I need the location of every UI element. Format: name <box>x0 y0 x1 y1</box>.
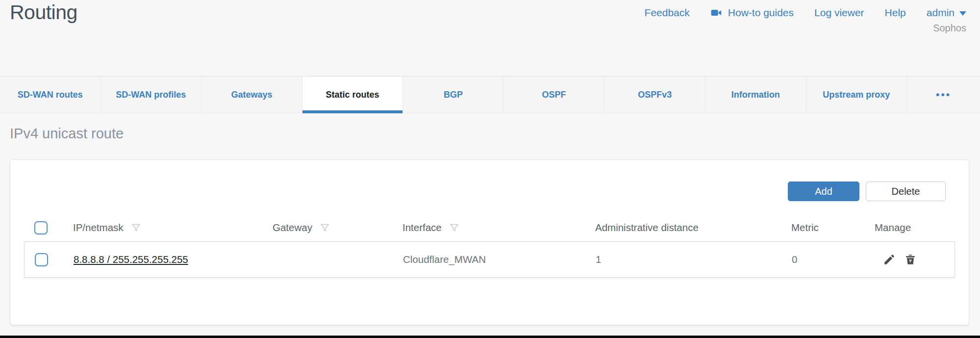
filter-icon-interface[interactable] <box>449 223 459 233</box>
section-title: IPv4 unicast route <box>10 126 124 142</box>
org-name: Sophos <box>933 23 966 34</box>
admin-distance-cell: 1 <box>596 254 792 265</box>
tab-information[interactable]: Information <box>705 77 806 113</box>
tab-sd-wan-profiles[interactable]: SD-WAN profiles <box>101 77 201 113</box>
manage-cell <box>875 253 955 266</box>
table-header-row: IP/netmask Gateway Interface <box>24 214 955 241</box>
tab-bar: SD-WAN routes SD-WAN profiles Gateways S… <box>0 76 980 113</box>
routes-table: IP/netmask Gateway Interface <box>24 214 955 278</box>
help-link[interactable]: Help <box>885 7 906 19</box>
log-viewer-label: Log viewer <box>814 7 864 19</box>
top-nav: Feedback How-to guides Log viewer Help a… <box>645 6 966 19</box>
select-all-checkbox[interactable] <box>34 221 48 234</box>
chevron-down-icon <box>959 11 966 16</box>
tab-sd-wan-routes[interactable]: SD-WAN routes <box>0 77 101 113</box>
tab-gateways[interactable]: Gateways <box>201 77 302 113</box>
delete-icon[interactable] <box>904 253 917 266</box>
tab-upstream-proxy[interactable]: Upstream proxy <box>806 77 907 113</box>
tab-ospf[interactable]: OSPF <box>503 77 604 113</box>
metric-cell: 0 <box>792 254 875 265</box>
col-header-gateway: Gateway <box>273 222 312 234</box>
col-header-metric: Metric <box>791 222 819 234</box>
help-label: Help <box>885 7 906 19</box>
feedback-label: Feedback <box>645 7 690 19</box>
more-tabs-button[interactable]: ••• <box>906 77 980 113</box>
screen-bottom-edge <box>0 336 980 338</box>
tab-bgp[interactable]: BGP <box>402 77 503 113</box>
interface-cell: Cloudflare_MWAN <box>403 254 596 265</box>
route-link[interactable]: 8.8.8.8 / 255.255.255.255 <box>74 254 188 265</box>
col-header-interface: Interface <box>402 222 442 234</box>
tab-ospfv3[interactable]: OSPFv3 <box>604 77 705 113</box>
table-toolbar: Add Delete <box>788 182 946 201</box>
edit-icon[interactable] <box>883 253 896 266</box>
feedback-link[interactable]: Feedback <box>645 7 690 19</box>
page-title: Routing <box>10 1 77 24</box>
col-header-manage: Manage <box>875 222 911 234</box>
col-header-ip-netmask: IP/netmask <box>73 222 124 234</box>
table-row: 8.8.8.8 / 255.255.255.255 Cloudflare_MWA… <box>24 241 955 278</box>
howto-guides-link[interactable]: How-to guides <box>710 6 794 19</box>
log-viewer-link[interactable]: Log viewer <box>814 7 864 19</box>
admin-label: admin <box>927 7 955 19</box>
admin-menu-button[interactable]: admin <box>927 7 966 19</box>
add-button[interactable]: Add <box>788 182 859 201</box>
tab-static-routes[interactable]: Static routes <box>302 77 403 113</box>
row-checkbox[interactable] <box>35 253 48 266</box>
video-camera-icon <box>710 6 723 19</box>
col-header-administrative-distance: Administrative distance <box>595 222 699 234</box>
delete-button[interactable]: Delete <box>866 182 946 201</box>
routes-panel: Add Delete IP/netmask Gateway <box>10 159 969 325</box>
filter-icon-ip-netmask[interactable] <box>131 223 141 233</box>
howto-guides-label: How-to guides <box>728 7 794 19</box>
filter-icon-gateway[interactable] <box>320 223 330 233</box>
routing-page: Routing Feedback How-to guides Log viewe… <box>0 0 980 338</box>
